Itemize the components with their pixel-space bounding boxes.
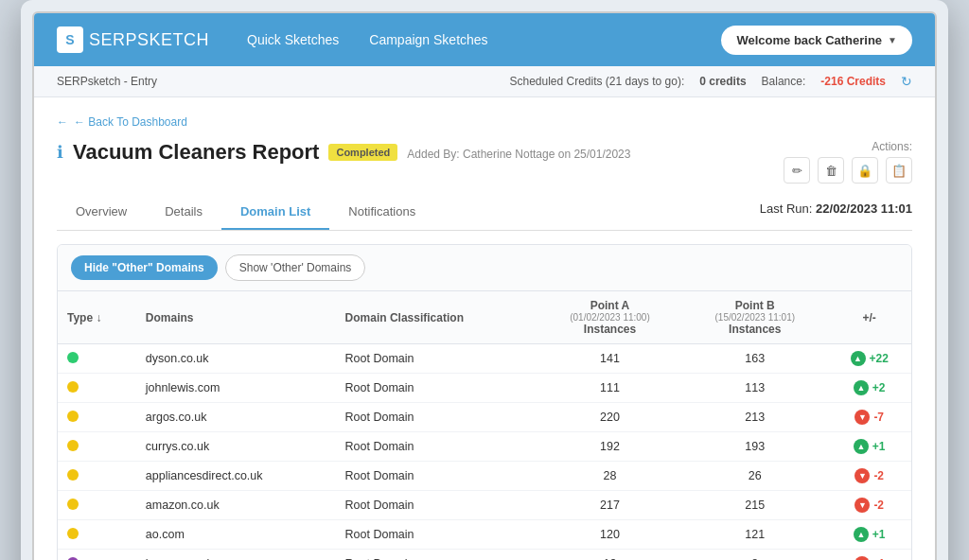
table-row: currys.co.uk Root Domain 192 193 ▲ +1 bbox=[58, 432, 911, 462]
hide-other-domains-button[interactable]: Hide "Other" Domains bbox=[71, 255, 218, 280]
point-b-cell: 193 bbox=[682, 432, 827, 462]
domain-cell: ao.com bbox=[136, 520, 336, 550]
domain-cell: hoover.co.uk bbox=[136, 550, 336, 561]
logo-bold: SERP bbox=[89, 30, 137, 49]
domain-cell: johnlewis.com bbox=[136, 374, 336, 403]
point-b-cell: 26 bbox=[682, 462, 827, 491]
change-badge: ▲ +1 bbox=[854, 439, 886, 454]
type-cell bbox=[58, 432, 136, 462]
change-cell: ▼ -4 bbox=[827, 550, 911, 561]
table-toolbar: Hide "Other" Domains Show 'Other' Domain… bbox=[58, 245, 911, 291]
point-a-cell: 141 bbox=[537, 344, 682, 374]
lock-button[interactable]: 🔒 bbox=[852, 157, 878, 184]
change-arrow-icon: ▲ bbox=[854, 439, 869, 454]
type-cell bbox=[58, 462, 136, 491]
copy-button[interactable]: 📋 bbox=[886, 157, 912, 184]
type-cell bbox=[58, 374, 136, 403]
credits-label: Scheduled Credits (21 days to go): bbox=[509, 75, 684, 88]
classification-cell: Root Domain bbox=[336, 462, 537, 491]
change-badge: ▼ -2 bbox=[854, 498, 884, 513]
point-b-cell: 121 bbox=[682, 520, 827, 550]
show-other-domains-button[interactable]: Show 'Other' Domains bbox=[225, 254, 366, 281]
type-cell bbox=[58, 403, 136, 432]
change-cell: ▲ +1 bbox=[827, 432, 911, 462]
report-header: ℹ Vacuum Cleaners Report Completed Added… bbox=[57, 140, 912, 184]
header: S SERPSKETCH Quick Sketches Campaign Ske… bbox=[34, 13, 935, 66]
actions-panel: Actions: ✏ 🗑 🔒 📋 bbox=[784, 140, 912, 184]
classification-cell: Root Domain bbox=[336, 491, 537, 520]
back-to-dashboard-link[interactable]: ← ← Back To Dashboard bbox=[57, 115, 187, 129]
domain-cell: appliancesdirect.co.uk bbox=[136, 462, 336, 491]
breadcrumb: SERPsketch - Entry bbox=[57, 75, 157, 88]
last-run-label: Last Run: bbox=[760, 201, 813, 216]
credits-value: 0 credits bbox=[699, 75, 746, 88]
logo-icon: S bbox=[57, 26, 83, 53]
type-dot bbox=[67, 411, 79, 422]
type-cell bbox=[58, 344, 136, 374]
nav-campaign-sketches[interactable]: Campaign Sketches bbox=[369, 32, 487, 47]
tab-details[interactable]: Details bbox=[146, 195, 221, 230]
col-point-a-header: Point A (01/02/2023 11:00) Instances bbox=[537, 291, 682, 344]
point-a-cell: 192 bbox=[537, 432, 682, 462]
table-row: johnlewis.com Root Domain 111 113 ▲ +2 bbox=[58, 374, 911, 403]
table-row: amazon.co.uk Root Domain 217 215 ▼ -2 bbox=[58, 491, 911, 520]
user-button-label: Welcome back Catherine bbox=[736, 33, 882, 47]
main-content: ← ← Back To Dashboard ℹ Vacuum Cleaners … bbox=[34, 97, 935, 560]
change-badge: ▲ +2 bbox=[854, 380, 886, 395]
type-cell bbox=[58, 550, 136, 561]
type-dot bbox=[67, 381, 79, 393]
tab-notifications[interactable]: Notifications bbox=[329, 195, 434, 230]
tab-domain-list[interactable]: Domain List bbox=[221, 195, 329, 230]
point-a-cell: 120 bbox=[537, 520, 682, 550]
change-cell: ▲ +22 bbox=[827, 344, 911, 374]
tab-overview[interactable]: Overview bbox=[57, 195, 146, 230]
completed-badge: Completed bbox=[328, 144, 397, 161]
point-a-cell: 28 bbox=[537, 462, 682, 491]
classification-cell: Root Domain bbox=[336, 550, 537, 561]
edit-button[interactable]: ✏ bbox=[784, 157, 810, 184]
col-point-b-header: Point B (15/02/2023 11:01) Instances bbox=[682, 291, 827, 344]
col-classification-header: Domain Classification bbox=[336, 291, 537, 344]
domain-cell: argos.co.uk bbox=[136, 403, 336, 432]
tabs-row: Overview Details Domain List Notificatio… bbox=[57, 195, 912, 231]
col-type-header: Type ↓ bbox=[58, 291, 136, 344]
point-b-cell: 163 bbox=[682, 344, 827, 374]
last-run-value: 22/02/2023 11:01 bbox=[816, 201, 912, 216]
change-arrow-icon: ▲ bbox=[854, 380, 869, 395]
domain-cell: amazon.co.uk bbox=[136, 491, 336, 520]
laptop-frame: S SERPSKETCH Quick Sketches Campaign Ske… bbox=[21, 0, 948, 560]
actions-label: Actions: bbox=[784, 140, 912, 153]
balance-label: Balance: bbox=[762, 75, 806, 88]
change-arrow-icon: ▼ bbox=[854, 468, 870, 483]
change-cell: ▲ +2 bbox=[827, 374, 911, 403]
change-badge: ▲ +22 bbox=[851, 351, 889, 366]
classification-cell: Root Domain bbox=[336, 432, 537, 462]
col-change-header: +/- bbox=[827, 291, 911, 344]
table-row: argos.co.uk Root Domain 220 213 ▼ -7 bbox=[58, 403, 911, 432]
chevron-down-icon: ▼ bbox=[888, 35, 897, 45]
type-dot bbox=[67, 440, 79, 451]
point-b-cell: 215 bbox=[682, 491, 827, 520]
change-arrow-icon: ▼ bbox=[854, 410, 870, 425]
delete-button[interactable]: 🗑 bbox=[818, 157, 844, 184]
header-nav: Quick Sketches Campaign Sketches bbox=[247, 32, 721, 47]
balance-value: -216 Credits bbox=[820, 75, 886, 88]
domain-cell: dyson.co.uk bbox=[136, 344, 336, 374]
change-badge: ▼ -7 bbox=[854, 410, 884, 425]
tabs: Overview Details Domain List Notificatio… bbox=[57, 195, 434, 230]
refresh-icon[interactable]: ↻ bbox=[901, 74, 912, 89]
change-cell: ▲ +1 bbox=[827, 520, 911, 550]
point-b-cell: 8 bbox=[682, 550, 827, 561]
back-arrow-icon: ← bbox=[57, 115, 68, 129]
type-dot bbox=[67, 469, 79, 481]
user-menu-button[interactable]: Welcome back Catherine ▼ bbox=[721, 26, 912, 55]
classification-cell: Root Domain bbox=[336, 403, 537, 432]
change-arrow-icon: ▼ bbox=[854, 498, 870, 513]
logo-text: SERPSKETCH bbox=[89, 30, 209, 50]
info-icon: ℹ bbox=[57, 142, 63, 163]
point-a-cell: 220 bbox=[537, 403, 682, 432]
change-arrow-icon: ▲ bbox=[854, 527, 869, 542]
change-cell: ▼ -2 bbox=[827, 462, 911, 491]
table-area: Hide "Other" Domains Show 'Other' Domain… bbox=[57, 244, 912, 560]
nav-quick-sketches[interactable]: Quick Sketches bbox=[247, 32, 339, 47]
